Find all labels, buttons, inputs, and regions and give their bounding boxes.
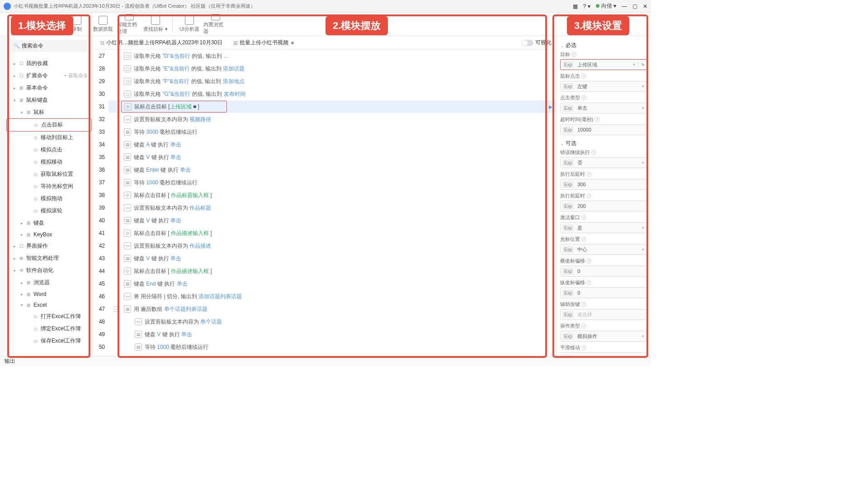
code-line[interactable]: ▤等待 1000 毫秒后继续运行 bbox=[108, 341, 556, 353]
prop-input[interactable]: Exp是▾ bbox=[560, 222, 647, 233]
code-line[interactable]: ▭设置剪贴板文本内容为 单个话题 bbox=[108, 315, 556, 328]
tree-item[interactable]: ▸☐扩展命令+ 获取命令 bbox=[6, 70, 92, 82]
tree-item[interactable]: ▸⊕智能文档处理 bbox=[6, 252, 92, 264]
app-logo bbox=[4, 3, 11, 10]
tree-item[interactable]: ◇模拟点击 bbox=[6, 144, 92, 156]
prop-input[interactable]: Exp否▾ bbox=[560, 157, 647, 168]
code-line[interactable]: −▤用 遍历数组 单个话题列表话题 bbox=[108, 303, 556, 315]
code-line[interactable]: ▢读取单元格 "F"&当前行 的值, 输出到 添加地点 bbox=[108, 75, 556, 88]
code-line[interactable]: ⊙鼠标点击目标 [上传区域 ■ ]▶ bbox=[108, 100, 556, 113]
tree-item[interactable]: ◇点击目标 bbox=[6, 118, 92, 131]
code-line[interactable]: ▢读取单元格 "D"&当前行 的值, 输出到 … bbox=[108, 50, 556, 62]
editor-tabs: ⧉小红书…频批量上传RPA机器人2023年10月30日⊞批量上传小红书视频 可视… bbox=[92, 36, 556, 50]
tree-item[interactable]: ▸⊞Word bbox=[6, 289, 92, 300]
tree-item[interactable]: ◇保存Excel工作簿 bbox=[6, 335, 92, 347]
tree-item[interactable]: ◇绑定Excel工作簿 bbox=[6, 323, 92, 335]
prop-input[interactable]: Exp bbox=[560, 352, 647, 356]
close-button[interactable]: ✕ bbox=[643, 3, 647, 9]
code-line[interactable]: ▤键盘 V 键 执行 单击 bbox=[108, 214, 556, 227]
prop-input[interactable]: Exp模拟操作▾ bbox=[560, 331, 647, 342]
prop-input[interactable]: Exp请选择 bbox=[560, 309, 647, 320]
tree-item[interactable]: ◇移动到目标上 bbox=[6, 131, 92, 144]
code-line[interactable]: ▢读取单元格 "E"&当前行 的值, 输出到 添加话题 bbox=[108, 62, 556, 75]
tree-item[interactable]: ▸☐我的收藏 bbox=[6, 57, 92, 70]
prop-row: 纵坐标偏移 ?Exp0 bbox=[560, 279, 647, 298]
tree-item[interactable]: ▾⟲软件自动化 bbox=[6, 264, 92, 277]
window-title: 小红书视频批量上传RPA机器人2023年10月30日 - 流程创造者（UiBot… bbox=[14, 3, 573, 9]
tree-item[interactable]: ▸⊞浏览器 bbox=[6, 277, 92, 289]
code-line[interactable]: ▤键盘 V 键 执行 单击 bbox=[108, 151, 556, 164]
grid-icon[interactable]: ▦ bbox=[573, 3, 578, 9]
tree-item[interactable]: ◇获取鼠标位置 bbox=[6, 168, 92, 180]
code-line[interactable]: ▭设置剪贴板文本内容为 作品标题 bbox=[108, 202, 556, 214]
tree-item[interactable]: ◇模拟拖动 bbox=[6, 192, 92, 205]
titlebar: 小红书视频批量上传RPA机器人2023年10月30日 - 流程创造者（UiBot… bbox=[0, 0, 651, 13]
code-line[interactable]: ⊙鼠标点击目标 [ 作品标题输入框 ] bbox=[108, 189, 556, 202]
annot-1: 1.模块选择 bbox=[11, 16, 73, 35]
prop-input[interactable]: Exp0 bbox=[560, 287, 647, 298]
tree-item[interactable]: ◇打开Excel工作簿 bbox=[6, 310, 92, 323]
prop-input[interactable]: Exp10000 bbox=[560, 124, 647, 135]
visualize-toggle[interactable]: 可视化 bbox=[522, 39, 552, 47]
prop-row: 超时时间(毫秒) ?Exp10000 bbox=[560, 116, 647, 135]
code-line[interactable]: ⊙鼠标点击目标 [ 作品描述输入框 ] bbox=[108, 265, 556, 277]
code-line[interactable]: ▭设置剪贴板文本内容为 作品描述 bbox=[108, 239, 556, 252]
prop-row: 激活窗口 ?Exp是▾ bbox=[560, 214, 647, 233]
prop-input[interactable]: Exp0 bbox=[560, 266, 647, 277]
tree-item[interactable]: ◇模拟移动 bbox=[6, 156, 92, 168]
minimize-button[interactable]: — bbox=[622, 3, 627, 9]
editor-area: ⧉小红书…频批量上传RPA机器人2023年10月30日⊞批量上传小红书视频 可视… bbox=[92, 36, 556, 356]
prop-input[interactable]: Exp单击▾ bbox=[560, 103, 647, 113]
prop-row: 平滑移动 ?Exp bbox=[560, 344, 647, 356]
annot-3: 3.模块设置 bbox=[567, 16, 629, 35]
code-area[interactable]: 2728293031323334353637383940414243444546… bbox=[92, 50, 556, 356]
code-line[interactable]: ▤等待 3000 毫秒后继续运行 bbox=[108, 126, 556, 138]
help-icon[interactable]: ? ▾ bbox=[583, 3, 590, 9]
tree-item[interactable]: ▸⊞KeyBox bbox=[6, 229, 92, 240]
code-line[interactable]: ⊙鼠标点击目标 [ 作品描述输入框 ] bbox=[108, 227, 556, 239]
toolbar-查找目标 ▾[interactable]: 查找目标 ▾ bbox=[143, 14, 168, 35]
toolbar-内置浏览器[interactable]: 内置浏览器 bbox=[203, 14, 228, 35]
search-input[interactable]: 搜索命令 bbox=[10, 40, 88, 52]
toolbar-智能文档处理[interactable]: 智能文档处理 bbox=[117, 14, 142, 35]
tree-item[interactable]: ▾⊞Excel bbox=[6, 300, 92, 310]
tree-item[interactable]: ◇模拟滚轮 bbox=[6, 205, 92, 217]
code-line[interactable]: ▭设置剪贴板文本内容为 视频路径 bbox=[108, 113, 556, 126]
prop-row: 执行后延时 ?Exp300 bbox=[560, 171, 647, 190]
prop-row: 横坐标偏移 ?Exp0 bbox=[560, 258, 647, 277]
code-line[interactable]: ▤键盘 V 键 执行 单击 bbox=[108, 328, 556, 341]
tree-item[interactable]: ▸⊞基本命令 bbox=[6, 82, 92, 94]
prop-input[interactable]: Exp300 bbox=[560, 179, 647, 190]
tree-item[interactable]: ▾⊞鼠标键盘 bbox=[6, 94, 92, 106]
tree-item[interactable]: ▸☐界面操作 bbox=[6, 240, 92, 252]
code-line[interactable]: ▤键盘 End 键 执行 单击 bbox=[108, 277, 556, 290]
tree-item[interactable]: ▾⊞鼠标 bbox=[6, 106, 92, 118]
toolbar-UI分析器[interactable]: UI分析器 bbox=[177, 14, 202, 35]
tree-item[interactable]: ▸⊞键盘 bbox=[6, 217, 92, 229]
editor-tab[interactable]: ⊞批量上传小红书视频 bbox=[229, 37, 298, 48]
code-line[interactable]: ▭将 用分隔符 | 切分, 输出到 添加话题列表话题 bbox=[108, 290, 556, 303]
maximize-button[interactable]: ▢ bbox=[632, 3, 637, 9]
prop-input[interactable]: Exp中心▾ bbox=[560, 244, 647, 255]
toolbar-数据抓取[interactable]: 数据抓取 bbox=[91, 14, 115, 35]
titlebar-right: ▦ ? ▾ 向倩 ▾ — ▢ ✕ bbox=[573, 2, 647, 10]
code-line[interactable]: ▤等待 1000 毫秒后继续运行 bbox=[108, 176, 556, 189]
user-badge[interactable]: 向倩 ▾ bbox=[596, 2, 616, 10]
command-tree: ▸☐我的收藏▸☐扩展命令+ 获取命令▸⊞基本命令▾⊞鼠标键盘▾⊞鼠标◇点击目标◇… bbox=[6, 56, 92, 356]
prop-row: 操作类型 ?Exp模拟操作▾ bbox=[560, 323, 647, 342]
code-line[interactable]: ▢读取单元格 "G"&当前行 的值, 输出到 发布时间 bbox=[108, 88, 556, 100]
tree-item[interactable]: ◇等待光标空闲 bbox=[6, 180, 92, 192]
code-line[interactable]: ▤键盘 A 键 执行 单击 bbox=[108, 138, 556, 151]
prop-row: 辅助按键 ?Exp请选择 bbox=[560, 301, 647, 320]
prop-row: 鼠标点击 ?Exp左键▾ bbox=[560, 73, 647, 92]
prop-row: 执行前延时 ?Exp200 bbox=[560, 192, 647, 211]
code-line[interactable]: ▤键盘 V 键 执行 单击 bbox=[108, 252, 556, 265]
code-line[interactable]: ▤键盘 Enter 键 执行 单击 bbox=[108, 164, 556, 176]
editor-tab[interactable]: ⧉小红书…频批量上传RPA机器人2023年10月30日 bbox=[96, 37, 227, 48]
prop-input[interactable]: Exp上传区域▾✎ bbox=[560, 59, 647, 70]
prop-row: 目标 ?Exp上传区域▾✎ bbox=[560, 51, 647, 70]
prop-input[interactable]: Exp200 bbox=[560, 201, 647, 211]
prop-row: 错误继续执行 ?Exp否▾ bbox=[560, 149, 647, 168]
bottom-bar[interactable]: 输出 bbox=[0, 356, 651, 366]
prop-input[interactable]: Exp左键▾ bbox=[560, 81, 647, 92]
